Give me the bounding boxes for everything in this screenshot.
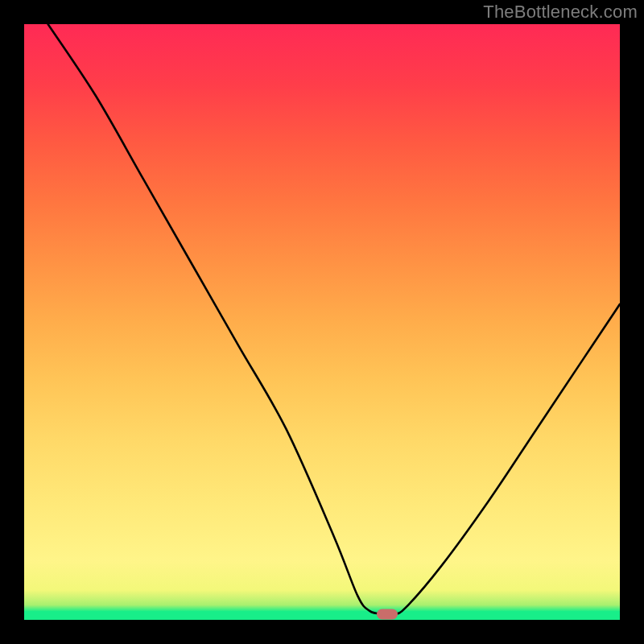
bottleneck-curve bbox=[24, 24, 620, 620]
chart-frame: TheBottleneck.com bbox=[0, 0, 644, 644]
plot-area bbox=[24, 24, 620, 620]
optimal-point-marker bbox=[377, 609, 398, 619]
watermark-text: TheBottleneck.com bbox=[483, 2, 638, 23]
